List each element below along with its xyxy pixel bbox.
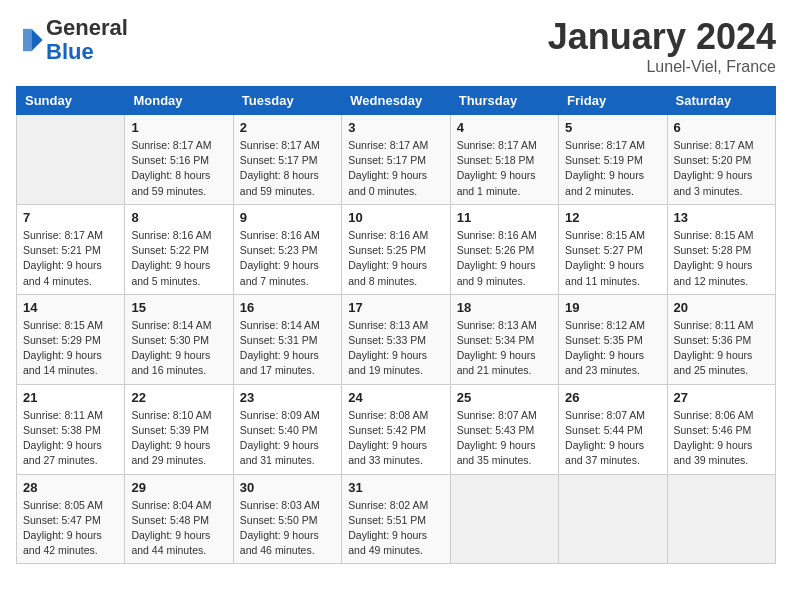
day-info: Sunrise: 8:16 AMSunset: 5:23 PMDaylight:… [240,228,335,289]
weekday-header: Sunday [17,87,125,115]
calendar-cell [667,474,775,564]
day-number: 21 [23,390,118,405]
day-info: Sunrise: 8:10 AMSunset: 5:39 PMDaylight:… [131,408,226,469]
day-number: 14 [23,300,118,315]
day-info: Sunrise: 8:16 AMSunset: 5:25 PMDaylight:… [348,228,443,289]
calendar-cell: 29Sunrise: 8:04 AMSunset: 5:48 PMDayligh… [125,474,233,564]
day-info: Sunrise: 8:17 AMSunset: 5:17 PMDaylight:… [240,138,335,199]
calendar-cell: 18Sunrise: 8:13 AMSunset: 5:34 PMDayligh… [450,294,558,384]
day-number: 20 [674,300,769,315]
day-number: 5 [565,120,660,135]
calendar-cell: 24Sunrise: 8:08 AMSunset: 5:42 PMDayligh… [342,384,450,474]
header-row: SundayMondayTuesdayWednesdayThursdayFrid… [17,87,776,115]
calendar-cell: 17Sunrise: 8:13 AMSunset: 5:33 PMDayligh… [342,294,450,384]
calendar-cell [559,474,667,564]
calendar-cell: 13Sunrise: 8:15 AMSunset: 5:28 PMDayligh… [667,204,775,294]
calendar-cell: 6Sunrise: 8:17 AMSunset: 5:20 PMDaylight… [667,115,775,205]
day-number: 17 [348,300,443,315]
calendar-cell: 5Sunrise: 8:17 AMSunset: 5:19 PMDaylight… [559,115,667,205]
logo-general-text: General [46,15,128,40]
day-number: 2 [240,120,335,135]
day-info: Sunrise: 8:16 AMSunset: 5:26 PMDaylight:… [457,228,552,289]
calendar-cell: 25Sunrise: 8:07 AMSunset: 5:43 PMDayligh… [450,384,558,474]
day-number: 13 [674,210,769,225]
day-number: 26 [565,390,660,405]
day-number: 12 [565,210,660,225]
calendar-cell: 22Sunrise: 8:10 AMSunset: 5:39 PMDayligh… [125,384,233,474]
calendar-cell: 9Sunrise: 8:16 AMSunset: 5:23 PMDaylight… [233,204,341,294]
day-info: Sunrise: 8:17 AMSunset: 5:21 PMDaylight:… [23,228,118,289]
page-header: General Blue January 2024 Lunel-Viel, Fr… [16,16,776,76]
day-info: Sunrise: 8:09 AMSunset: 5:40 PMDaylight:… [240,408,335,469]
calendar-cell: 16Sunrise: 8:14 AMSunset: 5:31 PMDayligh… [233,294,341,384]
day-info: Sunrise: 8:13 AMSunset: 5:33 PMDaylight:… [348,318,443,379]
calendar-cell: 2Sunrise: 8:17 AMSunset: 5:17 PMDaylight… [233,115,341,205]
day-info: Sunrise: 8:14 AMSunset: 5:31 PMDaylight:… [240,318,335,379]
calendar-cell: 8Sunrise: 8:16 AMSunset: 5:22 PMDaylight… [125,204,233,294]
calendar-cell: 7Sunrise: 8:17 AMSunset: 5:21 PMDaylight… [17,204,125,294]
day-info: Sunrise: 8:17 AMSunset: 5:20 PMDaylight:… [674,138,769,199]
day-number: 10 [348,210,443,225]
day-info: Sunrise: 8:07 AMSunset: 5:44 PMDaylight:… [565,408,660,469]
svg-marker-1 [23,29,31,51]
calendar-cell [450,474,558,564]
calendar-week-row: 7Sunrise: 8:17 AMSunset: 5:21 PMDaylight… [17,204,776,294]
logo: General Blue [16,16,128,64]
day-number: 25 [457,390,552,405]
day-info: Sunrise: 8:15 AMSunset: 5:29 PMDaylight:… [23,318,118,379]
day-number: 8 [131,210,226,225]
day-info: Sunrise: 8:16 AMSunset: 5:22 PMDaylight:… [131,228,226,289]
calendar-cell: 12Sunrise: 8:15 AMSunset: 5:27 PMDayligh… [559,204,667,294]
calendar-week-row: 1Sunrise: 8:17 AMSunset: 5:16 PMDaylight… [17,115,776,205]
day-info: Sunrise: 8:14 AMSunset: 5:30 PMDaylight:… [131,318,226,379]
day-number: 23 [240,390,335,405]
day-number: 15 [131,300,226,315]
day-info: Sunrise: 8:17 AMSunset: 5:17 PMDaylight:… [348,138,443,199]
day-info: Sunrise: 8:11 AMSunset: 5:38 PMDaylight:… [23,408,118,469]
calendar-body: 1Sunrise: 8:17 AMSunset: 5:16 PMDaylight… [17,115,776,564]
calendar-week-row: 21Sunrise: 8:11 AMSunset: 5:38 PMDayligh… [17,384,776,474]
day-info: Sunrise: 8:05 AMSunset: 5:47 PMDaylight:… [23,498,118,559]
calendar-cell: 21Sunrise: 8:11 AMSunset: 5:38 PMDayligh… [17,384,125,474]
day-info: Sunrise: 8:17 AMSunset: 5:19 PMDaylight:… [565,138,660,199]
day-number: 28 [23,480,118,495]
day-number: 9 [240,210,335,225]
weekday-header: Wednesday [342,87,450,115]
calendar-week-row: 28Sunrise: 8:05 AMSunset: 5:47 PMDayligh… [17,474,776,564]
day-info: Sunrise: 8:17 AMSunset: 5:16 PMDaylight:… [131,138,226,199]
calendar-cell: 11Sunrise: 8:16 AMSunset: 5:26 PMDayligh… [450,204,558,294]
month-title: January 2024 [548,16,776,58]
day-info: Sunrise: 8:12 AMSunset: 5:35 PMDaylight:… [565,318,660,379]
calendar-cell: 30Sunrise: 8:03 AMSunset: 5:50 PMDayligh… [233,474,341,564]
calendar-cell: 15Sunrise: 8:14 AMSunset: 5:30 PMDayligh… [125,294,233,384]
day-number: 16 [240,300,335,315]
day-number: 29 [131,480,226,495]
day-info: Sunrise: 8:13 AMSunset: 5:34 PMDaylight:… [457,318,552,379]
day-info: Sunrise: 8:07 AMSunset: 5:43 PMDaylight:… [457,408,552,469]
day-info: Sunrise: 8:03 AMSunset: 5:50 PMDaylight:… [240,498,335,559]
day-number: 6 [674,120,769,135]
logo-icon [16,26,44,54]
calendar-cell: 4Sunrise: 8:17 AMSunset: 5:18 PMDaylight… [450,115,558,205]
day-number: 1 [131,120,226,135]
day-info: Sunrise: 8:08 AMSunset: 5:42 PMDaylight:… [348,408,443,469]
day-number: 4 [457,120,552,135]
calendar-cell: 3Sunrise: 8:17 AMSunset: 5:17 PMDaylight… [342,115,450,205]
logo-blue-text: Blue [46,39,94,64]
calendar-cell: 28Sunrise: 8:05 AMSunset: 5:47 PMDayligh… [17,474,125,564]
calendar-cell: 23Sunrise: 8:09 AMSunset: 5:40 PMDayligh… [233,384,341,474]
day-info: Sunrise: 8:11 AMSunset: 5:36 PMDaylight:… [674,318,769,379]
day-number: 19 [565,300,660,315]
day-number: 22 [131,390,226,405]
day-info: Sunrise: 8:02 AMSunset: 5:51 PMDaylight:… [348,498,443,559]
calendar-cell: 27Sunrise: 8:06 AMSunset: 5:46 PMDayligh… [667,384,775,474]
title-area: January 2024 Lunel-Viel, France [548,16,776,76]
calendar-cell: 10Sunrise: 8:16 AMSunset: 5:25 PMDayligh… [342,204,450,294]
day-info: Sunrise: 8:06 AMSunset: 5:46 PMDaylight:… [674,408,769,469]
calendar-cell: 1Sunrise: 8:17 AMSunset: 5:16 PMDaylight… [125,115,233,205]
day-number: 27 [674,390,769,405]
day-number: 3 [348,120,443,135]
calendar-cell: 19Sunrise: 8:12 AMSunset: 5:35 PMDayligh… [559,294,667,384]
day-number: 30 [240,480,335,495]
day-info: Sunrise: 8:17 AMSunset: 5:18 PMDaylight:… [457,138,552,199]
